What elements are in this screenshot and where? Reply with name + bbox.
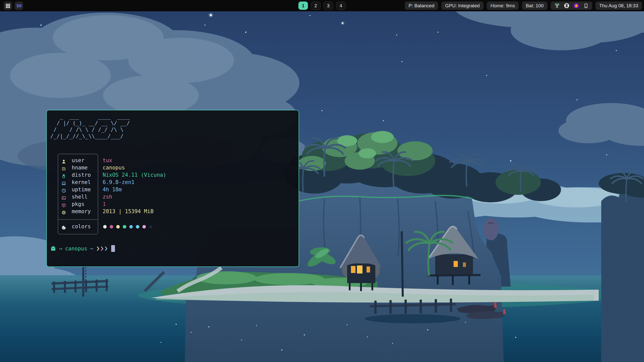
fetch-label: distro xyxy=(72,172,91,178)
package-icon xyxy=(60,202,67,208)
fetch-value: 6.9.8-zen1 xyxy=(103,179,134,185)
terminal-window[interactable]: _ ___ ____ ____ / |/ (_)_ __/ __ \/ __/ … xyxy=(46,110,299,267)
fetch-label: uptime xyxy=(72,187,91,193)
user-icon xyxy=(60,158,67,164)
fetch-label: shell xyxy=(72,194,88,200)
shell-icon xyxy=(60,195,67,201)
nixos-ascii-logo: _ ___ ____ ____ / |/ (_)_ __/ __ \/ __/ … xyxy=(50,113,130,140)
palette-dot xyxy=(123,225,126,229)
prompt-path: ~ xyxy=(90,246,93,252)
workspace-2[interactable]: 2 xyxy=(311,2,320,10)
fetch-label: kernel xyxy=(72,179,91,185)
palette-dot xyxy=(136,225,139,229)
terminal-cursor[interactable] xyxy=(111,245,115,252)
prompt-chevron-pink xyxy=(101,246,104,251)
palette-dot xyxy=(149,225,152,229)
fetch-label: user xyxy=(72,157,85,163)
palette-dot xyxy=(129,225,133,229)
fastfetch-output: user tux hname canopus distro NixOS 24.1… xyxy=(50,154,242,237)
fetch-value: 1 xyxy=(103,201,106,207)
prompt-chevron-yellow xyxy=(97,246,100,251)
prompt-arrow: → xyxy=(59,246,62,252)
battery-module[interactable]: Bat: 100 xyxy=(522,2,547,10)
app-launcher-button[interactable] xyxy=(4,2,12,10)
fetch-value: canopus xyxy=(103,165,125,171)
fetch-label: memory xyxy=(72,208,91,214)
dollar-w-label: $W xyxy=(16,3,21,8)
fetch-label: hname xyxy=(72,165,88,171)
workspace-switcher: 1 2 3 4 xyxy=(298,2,346,10)
fetch-label-divider xyxy=(58,219,98,220)
flameshot-icon[interactable] xyxy=(574,3,579,9)
ghost-icon xyxy=(50,246,56,251)
desktop: $W 1 2 3 4 P: Balanced GPU: Integrated H… xyxy=(0,0,644,362)
palette-dot xyxy=(142,225,146,229)
hostname-icon xyxy=(60,165,67,171)
palette-dot xyxy=(116,225,120,229)
penguin-icon xyxy=(60,173,67,179)
gpu-module[interactable]: GPU: Integrated xyxy=(441,2,483,10)
home-latency-module[interactable]: Home: 9ms xyxy=(487,2,519,10)
palette-dot xyxy=(103,225,107,229)
fetch-value: NixOS 24.11 (Vicuna) xyxy=(103,172,166,178)
fetch-value: 2013 | 15394 MiB xyxy=(103,208,153,214)
app-grid-icon xyxy=(5,3,11,9)
clock-module[interactable]: Thu Aug 08, 18:33 xyxy=(595,2,642,10)
power-profile-module[interactable]: P: Balanced xyxy=(405,2,438,10)
workspace-4[interactable]: 4 xyxy=(336,2,346,10)
dollar-w-badge[interactable]: $W xyxy=(15,2,23,10)
scissors-icon[interactable] xyxy=(554,3,560,8)
system-tray xyxy=(551,2,592,10)
fetch-label: colors xyxy=(72,223,91,230)
shell-prompt[interactable]: → canopus ~ xyxy=(50,245,115,252)
workspace-1[interactable]: 1 xyxy=(298,2,308,10)
status-bar: $W 1 2 3 4 P: Balanced GPU: Integrated H… xyxy=(0,0,644,11)
palette-dot xyxy=(110,225,113,229)
fetch-value: 4h 18m xyxy=(103,187,122,193)
phone-icon[interactable] xyxy=(583,3,588,8)
fetch-label: pkgs xyxy=(72,201,85,207)
prompt-chevron-blue xyxy=(105,246,108,251)
laptop-icon xyxy=(60,180,67,186)
palette-icon xyxy=(60,224,67,230)
terminal-color-palette xyxy=(103,225,152,229)
prompt-hostname: canopus xyxy=(65,246,88,252)
bar-left-group: $W xyxy=(4,2,23,10)
fetch-value: zsh xyxy=(103,194,112,200)
workspace-3[interactable]: 3 xyxy=(324,2,333,10)
memory-icon xyxy=(60,209,67,215)
fetch-value: tux xyxy=(103,157,112,163)
bar-right-group: P: Balanced GPU: Integrated Home: 9ms Ba… xyxy=(405,2,642,10)
bluetooth-icon[interactable] xyxy=(564,3,569,8)
clock-icon xyxy=(60,187,67,193)
